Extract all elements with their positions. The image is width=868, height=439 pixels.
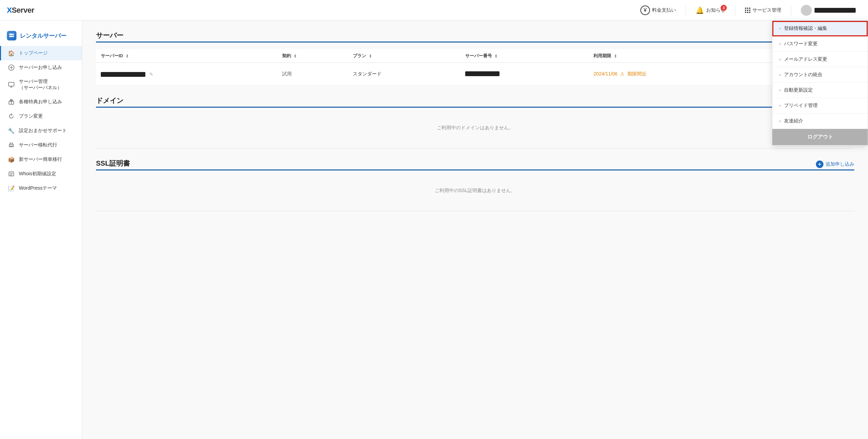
ssl-empty-message: ご利用中のSSL証明書はありません。 [96,177,854,204]
sidebar-item-label: 各種特典お申し込み [19,99,62,105]
dropdown-label-email: メールアドレス変更 [784,56,827,62]
list-icon [8,170,15,177]
plus-icon [8,64,15,71]
chevron-icon-password: › [779,41,781,46]
sidebar-item-whois[interactable]: Whois初期値設定 [0,167,82,181]
server-table: サーバーID ▲▼ 契約 ▲▼ プラン ▲▼ サーバー番号 ▲▼ [96,49,854,86]
dropdown-label-registration: 登録情報確認・編集 [784,25,827,32]
rental-server-icon [7,31,16,40]
dropdown-label-referral: 友達紹介 [784,118,803,124]
ssl-add-button[interactable]: + 追加申し込み [816,161,854,168]
sidebar-item-plan-change[interactable]: プラン変更 [0,109,82,123]
sidebar-item-wordpress[interactable]: 📝 WordPressテーマ [0,181,82,195]
logo[interactable]: XServer [7,6,34,15]
plan-name: スタンダード [353,71,382,76]
bell-icon: 🔔 [696,6,704,14]
sidebar-item-migration[interactable]: サーバー移転代行 [0,138,82,152]
chevron-icon-prepaid: › [779,103,781,108]
ssl-header: SSL証明書 + 追加申し込み [96,159,854,169]
domain-empty-message: ご利用中のドメインはありません。 [96,115,854,141]
col-expiry[interactable]: 利用期限 ▲▼ [589,49,772,63]
chevron-icon-auto-update: › [779,88,781,93]
dropdown-label-password: パスワード変更 [784,41,818,47]
ssl-add-label: 追加申し込み [825,161,854,167]
server-divider [96,41,854,43]
dropdown-label-prepaid: プリペイド管理 [784,103,818,109]
dropdown-item-password[interactable]: › パスワード変更 [772,36,868,52]
sidebar-item-top[interactable]: 🏠 トップページ [0,46,82,60]
ssl-bottom-divider [96,211,854,211]
server-id-cell: ✎ [96,63,277,86]
dropdown-label-merge: アカウントの統合 [784,72,822,78]
sidebar-item-label: プラン変更 [19,113,43,119]
notification-wrapper: 🔔 お知らせ 3 [690,3,731,17]
expiry-status: 期限間近 [627,71,647,76]
sidebar-item-label: 新サーバー簡単移行 [19,156,62,163]
user-menu-button[interactable] [795,2,861,19]
sidebar-item-support[interactable]: 🔧 設定おまかせサポート [0,123,82,138]
logout-button[interactable]: ログアウト [772,129,868,145]
server-id-masked [101,72,145,77]
user-avatar [801,5,812,16]
sort-icon-number: ▲▼ [495,54,498,58]
domain-bottom-divider [96,148,854,149]
sidebar-item-label: WordPressテーマ [19,185,57,191]
dropdown-item-account-merge[interactable]: › アカウントの統合 [772,67,868,83]
sidebar-item-new-migration[interactable]: 📦 新サーバー簡単移行 [0,152,82,167]
sidebar-item-label: サーバー移転代行 [19,142,57,148]
sidebar-item-server-apply[interactable]: サーバーお申し込み [0,60,82,75]
ssl-section-title: SSL証明書 [96,159,130,168]
add-circle-icon: + [816,161,823,168]
sidebar-item-label: サーバーお申し込み [19,64,62,71]
home-icon: 🏠 [8,50,15,57]
wrench-icon: 🔧 [8,127,15,134]
sidebar: レンタルサーバー 🏠 トップページ サーバーお申し込み [0,21,82,439]
sidebar-item-label: Whois初期値設定 [19,171,56,177]
nav-right: ¥ 料金支払い 🔔 お知らせ 3 サービス管理 [635,2,861,19]
main-content: サーバー サーバーID ▲▼ 契約 ▲▼ プラン ▲▼ [82,21,868,439]
col-plan[interactable]: プラン ▲▼ [348,49,460,63]
wordpress-icon: 📝 [8,185,15,192]
dropdown-item-email[interactable]: › メールアドレス変更 [772,52,868,67]
server-section-title: サーバー [96,31,854,40]
contract-cell: 試用 [277,63,348,86]
dropdown-label-auto-update: 自動更新設定 [784,87,813,93]
sidebar-item-label: 設定おまかせサポート [19,128,67,134]
domain-section-title: ドメイン [96,96,854,105]
sidebar-item-server-manage[interactable]: サーバー管理 （サーバーパネル） [0,75,82,95]
dropdown-item-auto-update[interactable]: › 自動更新設定 [772,83,868,98]
service-mgmt-label: サービス管理 [752,7,781,13]
chevron-icon-merge: › [779,72,781,77]
refresh-icon [8,113,15,120]
dropdown-item-registration[interactable]: › 登録情報確認・編集 [772,21,868,36]
grid-icon [745,8,750,13]
domain-divider [96,107,854,108]
chevron-icon-email: › [779,57,781,62]
ssl-section: SSL証明書 + 追加申し込み ご利用中のSSL証明書はありません。 [96,159,854,211]
svg-rect-7 [9,82,14,86]
expiry-cell: 2024/11/06 ⚠ 期限間近 [589,63,772,86]
sidebar-item-label: トップページ [19,50,48,56]
col-server-id[interactable]: サーバーID ▲▼ [96,49,277,63]
col-contract[interactable]: 契約 ▲▼ [277,49,348,63]
dropdown-item-referral[interactable]: › 友達紹介 [772,114,868,129]
nav-divider-2 [735,5,735,15]
gift-icon [8,98,15,105]
plan-cell: スタンダード [348,63,460,86]
payment-button[interactable]: ¥ 料金支払い [635,3,682,18]
sidebar-item-special-apply[interactable]: 各種特典お申し込み [0,95,82,109]
sidebar-section-title: レンタルサーバー [0,27,82,46]
table-row: ✎ 試用 スタンダード 2024/11/06 ⚠ 期限間近 [96,63,854,86]
dropdown-item-prepaid[interactable]: › プリペイド管理 [772,98,868,114]
package-icon: 📦 [8,156,15,163]
service-mgmt-button[interactable]: サービス管理 [739,4,787,16]
svg-point-2 [13,34,13,35]
server-number-masked [465,71,499,76]
col-server-number[interactable]: サーバー番号 ▲▼ [460,49,589,63]
warning-icon: ⚠ [620,71,625,76]
edit-icon[interactable]: ✎ [149,72,153,77]
svg-point-3 [13,36,13,37]
notification-badge: 3 [721,5,727,11]
svg-rect-14 [10,146,13,146]
sort-icon-plan: ▲▼ [369,54,372,58]
